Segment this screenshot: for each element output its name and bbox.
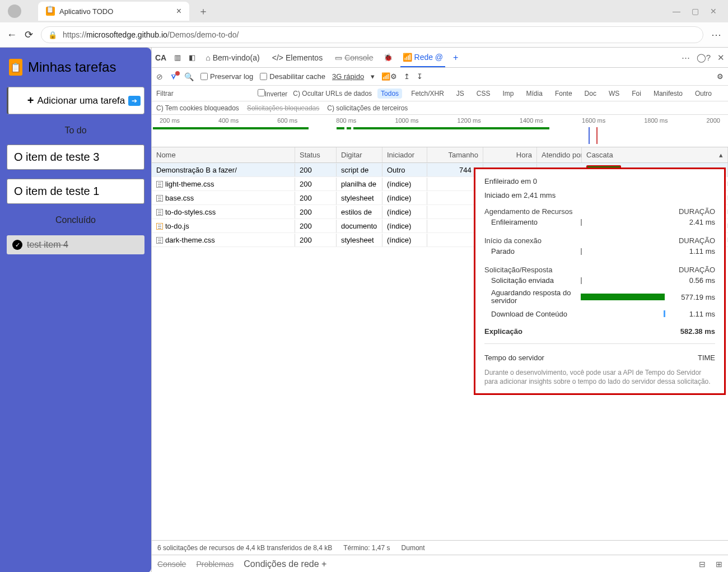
file-icon [156,181,163,188]
settings-gear-icon[interactable]: ⚙ [717,72,724,81]
requests-table: Nome Status Digitar Iniciador Tamanho Ho… [152,147,728,540]
started-at: Iniciado em 2,41 mms [484,191,715,199]
blocked-requests-filter[interactable]: Solicitações bloqueadas [247,104,319,112]
browser-menu-button[interactable]: ⋯ [711,29,721,41]
expand-drawer-icon[interactable]: ⊞ [716,560,722,569]
filter-type[interactable]: WS [605,89,623,99]
more-tools-button[interactable]: ⋯ [682,53,690,63]
disable-cache-input[interactable] [260,73,267,80]
search-icon[interactable]: 🔍 [184,72,194,81]
tab-console[interactable]: ▭Console [333,48,375,67]
profile-avatar[interactable] [8,4,21,18]
close-window-button[interactable]: ✕ [710,7,717,16]
stop-recording-icon[interactable]: ⊘ [156,72,163,81]
back-button[interactable]: ← [7,29,17,41]
queued-at: Enfileirado em 0 [484,177,715,185]
bug-icon[interactable]: 🐞 [384,53,393,62]
col-initiator[interactable]: Iniciador [382,147,427,162]
minimize-button[interactable]: — [673,7,680,16]
col-size[interactable]: Tamanho [427,147,483,162]
url-bar[interactable]: 🔒 https://microsoftedge.github.io/Demos/… [41,26,703,43]
filter-type[interactable]: Outro [692,89,715,99]
filter-type[interactable]: Mídia [523,89,546,99]
filter-type[interactable]: Manifesto [650,89,686,99]
clipboard-icon [9,59,22,76]
hide-data-urls[interactable]: C) Ocultar URLs de dados [293,90,372,97]
new-tab-button[interactable]: ＋ [198,4,208,18]
filter-type[interactable]: Fetch/XHR [408,89,447,99]
done-item[interactable]: ✓ test item 4 [7,235,144,254]
clear-icon[interactable]: ⛛ [170,72,178,81]
tab-elements[interactable]: </>Elementos [270,48,325,67]
drawer-tab-bar: Console Problemas Condições de rede + ⊟ … [152,555,728,572]
close-devtools-button[interactable]: ✕ [717,53,725,63]
todo-heading: To do [7,125,144,136]
network-filter-bar-2: C) Tem cookies bloqueados Solicitações b… [152,101,728,115]
filter-type-all[interactable]: Todos [377,89,402,99]
file-icon [156,237,163,244]
filter-type[interactable]: CSS [473,89,494,99]
cookies-filter[interactable]: C) Tem cookies bloqueados [156,104,239,112]
col-time[interactable]: Hora [483,147,537,162]
drawer-tab-problems[interactable]: Problemas [196,560,234,569]
dock-side-icon[interactable]: ◧ [189,53,195,62]
maximize-button[interactable]: ▢ [692,7,699,16]
preserve-log-input[interactable] [200,73,208,80]
network-filter-bar: Filtrar Inverter C) Ocultar URLs de dado… [152,86,728,101]
close-tab-icon[interactable]: × [176,6,181,16]
add-task-button[interactable]: + Adicionar uma tarefa ➔ [7,87,144,114]
filter-type[interactable]: JS [453,89,468,99]
col-waterfall[interactable]: Cascata ▴ [582,147,728,162]
plus-icon: + [27,94,34,107]
col-type[interactable]: Digitar [337,147,382,162]
preserve-log-checkbox[interactable]: Preservar log [200,72,253,81]
filter-type[interactable]: Foi [628,89,645,99]
chevron-down-icon[interactable]: ▾ [371,72,375,81]
submit-arrow-icon: ➔ [128,96,141,106]
drawer-tab-console[interactable]: Console [157,560,186,569]
refresh-button[interactable]: ⟳ [25,29,33,41]
console-icon: ▭ [335,53,342,62]
accessibility-badge[interactable]: CA [155,53,166,62]
device-emulation-icon[interactable]: ▥ [174,53,181,62]
drawer-tab-network-conditions[interactable]: Condições de rede + [244,559,326,569]
invert-checkbox[interactable]: Inverter [258,89,288,98]
network-status-bar: 6 solicitações de recursos de 4,4 kB tra… [152,540,728,555]
third-party-filter[interactable]: C) solicitações de terceiros [327,104,408,112]
content-area: Minhas tarefas + Adicionar uma tarefa ➔ … [0,48,728,572]
devtools-panel: CA ▥ ◧ ⌂Bem-vindo(a) </>Elementos ▭Conso… [151,48,728,572]
filter-type[interactable]: Imp [500,89,517,99]
import-har-icon[interactable]: ↥ [404,72,410,81]
file-icon [156,195,163,202]
col-fulfilled[interactable]: Atendido por [537,147,582,162]
filter-type[interactable]: Doc [581,89,600,99]
filter-type[interactable]: Fonte [552,89,576,99]
todo-item[interactable]: O item de teste 1 [7,179,144,204]
tab-network[interactable]: 📶Rede @ [400,48,446,67]
tab-welcome[interactable]: ⌂Bem-vindo(a) [203,48,262,67]
browser-chrome: Aplicativo TODO × ＋ — ▢ ✕ ← ⟳ 🔒 https://… [0,0,728,48]
address-bar-row: ← ⟳ 🔒 https://microsoftedge.github.io/De… [0,22,728,47]
export-har-icon[interactable]: ↧ [417,72,423,81]
issues-icon[interactable]: ⊟ [699,560,706,569]
col-status[interactable]: Status [295,147,337,162]
file-icon [156,223,163,230]
tab-strip: Aplicativo TODO × ＋ — ▢ ✕ [0,0,728,22]
network-toolbar: ⊘ ⛛ 🔍 Preservar log Desabilitar cache 3G… [152,68,728,86]
todo-item[interactable]: O item de teste 3 [7,145,144,170]
add-task-label: Adicionar uma tarefa [37,95,125,106]
more-tabs-button[interactable]: + [453,53,458,63]
tab-favicon-icon [46,7,55,16]
col-name[interactable]: Nome [152,147,295,162]
url-text: https://microsoftedge.github.io/Demos/de… [63,30,239,39]
throttling-select[interactable]: 3G rápido [332,72,364,81]
timing-tooltip: Enfileirado em 0 Iniciado em 2,41 mms Ag… [474,168,726,395]
network-conditions-icon[interactable]: 📶⚙ [381,72,397,81]
todo-app-panel: Minhas tarefas + Adicionar uma tarefa ➔ … [0,48,151,572]
filter-label[interactable]: Filtrar [156,90,174,97]
timeline-overview[interactable]: 200 ms 400 ms 600 ms 800 ms 1000 ms 1200… [152,115,728,147]
browser-tab[interactable]: Aplicativo TODO × [38,2,189,21]
disable-cache-checkbox[interactable]: Desabilitar cache [260,72,325,81]
table-header: Nome Status Digitar Iniciador Tamanho Ho… [152,147,728,163]
help-button[interactable]: ◯? [697,53,711,63]
